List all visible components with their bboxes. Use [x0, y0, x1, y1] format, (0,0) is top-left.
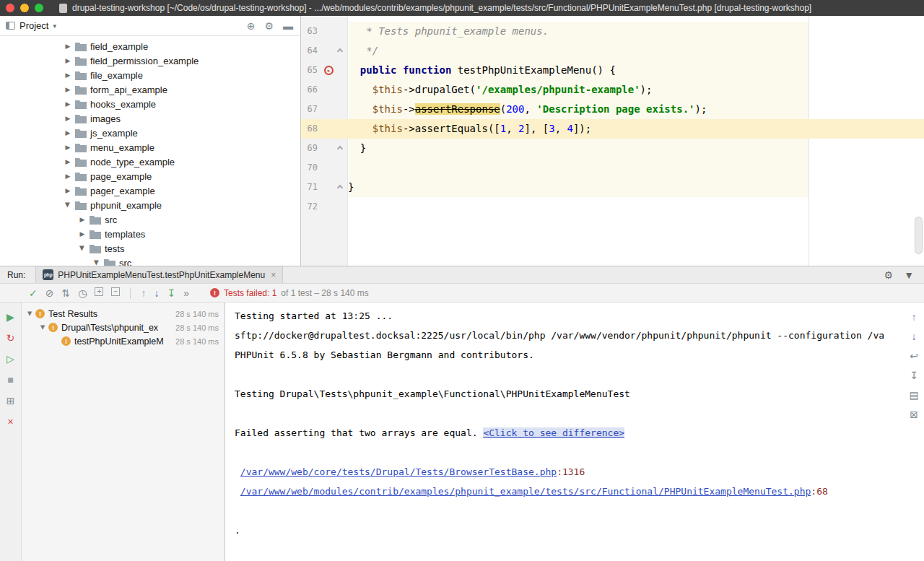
console-right-toolbar: ↑↓↩↧▤⊠ — [904, 303, 924, 561]
line-number[interactable]: 68 — [301, 119, 318, 139]
chevron-down-icon[interactable]: ▶ — [93, 257, 100, 266]
show-ignored-icon[interactable]: ⊘ — [45, 287, 54, 299]
project-tree-item[interactable]: ▶images — [0, 111, 300, 126]
project-tree-item[interactable]: ▶file_example — [0, 68, 300, 82]
fold-marker-icon[interactable] — [337, 146, 343, 152]
zoom-window-button[interactable] — [35, 4, 43, 12]
project-tree-item[interactable]: ▶node_type_example — [0, 155, 300, 169]
chevron-right-icon[interactable]: ▶ — [62, 100, 74, 108]
chevron-down-icon[interactable]: ▶ — [27, 308, 33, 319]
close-icon[interactable]: × — [7, 416, 13, 427]
restore-layout-icon[interactable]: ⊞ — [6, 395, 15, 406]
settings-gear-icon[interactable]: ⚙ — [884, 269, 894, 281]
editor[interactable]: 63 * Tests phpunit_example menus.64 */65… — [301, 16, 924, 266]
test-tree[interactable]: ▶!Test Results28 s 140 ms▶!Drupal\Tests\… — [22, 303, 225, 561]
project-tree-item[interactable]: ▶phpunit_example — [0, 198, 300, 212]
console-link[interactable]: /var/www/web/core/tests/Drupal/Tests/Bro… — [240, 466, 557, 477]
hide-panel-icon[interactable]: ▼ — [904, 269, 914, 281]
hide-panel-icon[interactable]: ▬ — [283, 20, 293, 32]
line-number[interactable]: 67 — [301, 100, 318, 119]
close-window-button[interactable] — [6, 4, 14, 12]
fold-marker-icon[interactable] — [337, 48, 343, 54]
chevron-down-icon[interactable]: ▾ — [53, 22, 56, 30]
project-tree-item[interactable]: ▶src — [0, 212, 300, 227]
line-number[interactable]: 72 — [301, 197, 318, 217]
project-tree-item[interactable]: ▶menu_example — [0, 140, 300, 155]
project-tree-item[interactable]: ▶pager_example — [0, 183, 300, 198]
fold-marker-icon[interactable] — [337, 185, 343, 191]
chevron-down-icon[interactable]: ▶ — [79, 243, 86, 254]
chevron-right-icon[interactable]: ▶ — [62, 57, 74, 64]
test-tree-item[interactable]: ▶!Drupal\Tests\phpunit_ex28 s 140 ms — [22, 321, 225, 334]
down-stack-trace-icon[interactable]: ↓ — [912, 331, 917, 342]
chevron-right-icon[interactable]: ▶ — [62, 129, 74, 136]
toggle-auto-test-icon[interactable]: ▷ — [6, 353, 14, 365]
run-tab[interactable]: php PHPUnitExampleMenuTest.testPhpUnitEx… — [35, 266, 283, 283]
line-reference[interactable]: :68 — [811, 486, 827, 497]
project-tree-item[interactable]: ▶tests — [0, 241, 300, 256]
chevron-right-icon[interactable]: ▶ — [77, 230, 88, 238]
settings-gear-icon[interactable]: ⚙ — [264, 20, 274, 32]
chevron-right-icon[interactable]: ▶ — [62, 144, 74, 151]
chevron-right-icon[interactable]: ▶ — [62, 115, 74, 122]
chevron-right-icon[interactable]: ▶ — [62, 43, 74, 50]
chevron-right-icon[interactable]: ▶ — [62, 71, 74, 79]
show-passed-icon[interactable]: ✓ — [29, 287, 38, 299]
collapse-all-icon[interactable]: − — [111, 287, 120, 296]
locate-file-icon[interactable]: ⊕ — [247, 20, 256, 32]
more-options-icon[interactable]: » — [183, 287, 189, 299]
minimize-window-button[interactable] — [20, 4, 29, 12]
chevron-right-icon[interactable]: ▶ — [62, 158, 74, 165]
test-tree-item[interactable]: !testPhpUnitExampleM28 s 140 ms — [22, 334, 225, 348]
up-stack-trace-icon[interactable]: ↑ — [912, 311, 917, 323]
project-tree-item[interactable]: ▶form_api_example — [0, 82, 300, 97]
console-link[interactable]: /var/www/web/modules/contrib/examples/ph… — [240, 486, 811, 497]
line-number[interactable]: 71 — [301, 178, 318, 197]
import-test-results-icon[interactable]: ↧ — [167, 287, 175, 299]
rerun-failed-tests-icon[interactable]: ↻ — [6, 332, 15, 344]
sort-by-duration-icon[interactable]: ◷ — [78, 287, 87, 299]
console-link[interactable]: <Click to see difference> — [483, 427, 624, 438]
project-tree-item[interactable]: ▶hooks_example — [0, 97, 300, 111]
project-panel-title[interactable]: Project — [19, 20, 48, 31]
expand-all-icon[interactable]: + — [95, 287, 103, 296]
line-number[interactable]: 63 — [301, 22, 318, 41]
project-tree-item[interactable]: ▶field_permission_example — [0, 53, 300, 68]
project-tree-item[interactable]: ▶js_example — [0, 126, 300, 140]
previous-failed-test-icon[interactable]: ↑ — [141, 287, 146, 299]
test-failed-gutter-icon[interactable]: ▸ — [324, 66, 334, 75]
project-tree-item[interactable]: ▶src — [0, 256, 300, 266]
close-tab-icon[interactable]: × — [271, 270, 276, 280]
project-tree-item[interactable]: ▶templates — [0, 227, 300, 241]
project-tree[interactable]: ▶field_example▶field_permission_example▶… — [0, 36, 300, 266]
next-failed-test-icon[interactable]: ↓ — [154, 287, 159, 299]
line-number[interactable]: 66 — [301, 80, 318, 100]
console-text: Failed asserting that two arrays are equ… — [235, 427, 483, 438]
console-text — [235, 466, 240, 477]
chevron-right-icon[interactable]: ▶ — [77, 216, 88, 223]
chevron-right-icon[interactable]: ▶ — [62, 173, 74, 180]
line-number[interactable]: 65 — [301, 61, 318, 80]
line-number[interactable]: 70 — [301, 158, 318, 178]
stop-icon[interactable]: ■ — [7, 374, 13, 386]
editor-scrollbar[interactable] — [915, 217, 923, 254]
test-tree-item[interactable]: ▶!Test Results28 s 140 ms — [22, 307, 225, 321]
chevron-down-icon[interactable]: ▶ — [64, 199, 71, 211]
code-text: * Tests phpunit_example menus. — [348, 22, 549, 41]
rerun-icon[interactable]: ▶ — [6, 311, 14, 323]
print-icon[interactable]: ▤ — [909, 389, 918, 401]
project-tree-item[interactable]: ▶field_example — [0, 39, 300, 53]
chevron-right-icon[interactable]: ▶ — [62, 86, 74, 93]
line-number[interactable]: 69 — [301, 139, 318, 158]
code-area[interactable]: 63 * Tests phpunit_example menus.64 */65… — [301, 22, 924, 217]
clear-all-icon[interactable]: ⊠ — [910, 409, 918, 420]
console-output[interactable]: Testing started at 13:25 ...sftp://docke… — [225, 303, 904, 561]
chevron-down-icon[interactable]: ▶ — [40, 322, 46, 333]
soft-wrap-icon[interactable]: ↩ — [910, 350, 918, 362]
scroll-to-end-icon[interactable]: ↧ — [910, 370, 918, 381]
project-tree-item[interactable]: ▶page_example — [0, 169, 300, 183]
sort-alphabetically-icon[interactable]: ⇅ — [61, 287, 70, 299]
chevron-right-icon[interactable]: ▶ — [62, 187, 74, 194]
line-number[interactable]: 64 — [301, 41, 318, 61]
line-reference[interactable]: :1316 — [557, 466, 585, 477]
